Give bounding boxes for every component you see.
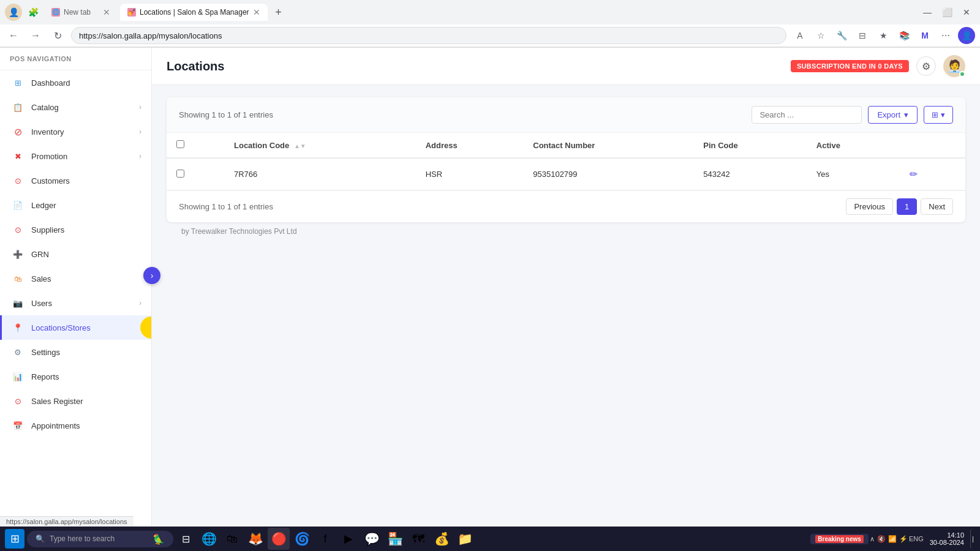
- sidebar-label-users: Users: [31, 299, 132, 308]
- tab-locations[interactable]: 💅 Locations | Salon & Spa Manager ✕: [120, 4, 268, 21]
- next-button[interactable]: Next: [921, 198, 953, 215]
- favorites-icon[interactable]: ★: [875, 27, 892, 44]
- sidebar-item-grn[interactable]: ➕ GRN: [0, 242, 151, 266]
- sidebar-item-catalog[interactable]: 📋 Catalog ›: [0, 95, 151, 119]
- taskbar-chevron-icon[interactable]: ∧: [870, 535, 875, 543]
- taskbar-search[interactable]: 🔍 🦜: [27, 531, 173, 547]
- tab-favicon: 🌐: [51, 8, 60, 17]
- collections-icon[interactable]: 📚: [895, 27, 913, 44]
- sidebar-item-settings[interactable]: ⚙ Settings: [0, 340, 151, 364]
- taskbar-app-chrome[interactable]: 🌀: [291, 528, 313, 550]
- taskbar-app-fb[interactable]: f: [314, 528, 336, 550]
- sidebar-label-suppliers: Suppliers: [31, 225, 141, 234]
- battery-icon[interactable]: ⚡: [899, 535, 908, 543]
- promotion-chevron-icon: ›: [139, 152, 141, 160]
- tab-close[interactable]: ✕: [103, 7, 110, 17]
- appointments-icon: 📅: [12, 419, 24, 432]
- taskbar-apps: 🌐 🛍 🦊 🔴 🌀 f ▶ 💬 🏪 🗺 💰 📁: [198, 528, 476, 550]
- taskbar-app-firefox[interactable]: 🦊: [244, 528, 266, 550]
- sidebar-item-sales[interactable]: 🛍 Sales: [0, 266, 151, 291]
- reports-icon: 📊: [12, 370, 24, 383]
- select-all-checkbox[interactable]: [176, 140, 184, 148]
- forward-button[interactable]: →: [27, 27, 44, 44]
- taskbar-app-store[interactable]: 🛍: [221, 528, 243, 550]
- more-menu[interactable]: ⋯: [937, 27, 954, 44]
- tab-new-tab[interactable]: 🌐 New tab ✕: [44, 4, 118, 21]
- sidebar-item-suppliers[interactable]: ⊙ Suppliers: [0, 217, 151, 242]
- copilot-icon[interactable]: M: [916, 27, 933, 44]
- taskbar-app-store2[interactable]: 🏪: [384, 528, 406, 550]
- settings-button[interactable]: ⚙: [916, 56, 936, 76]
- sidebar-label-reports: Reports: [31, 372, 141, 381]
- taskbar-app-maps[interactable]: 🗺: [407, 528, 429, 550]
- sidebar-item-promotion[interactable]: ✖ Promotion ›: [0, 144, 151, 168]
- new-tab-button[interactable]: +: [270, 4, 287, 21]
- tab-new-tab-label: New tab: [64, 8, 91, 17]
- sidebar-item-sales-register[interactable]: ⊙ Sales Register: [0, 389, 151, 413]
- sidebar-item-users[interactable]: 📷 Users ›: [0, 291, 151, 315]
- profile-icon[interactable]: 👤: [5, 4, 22, 21]
- split-view-icon[interactable]: ⊟: [854, 27, 871, 44]
- grn-icon: ➕: [12, 248, 24, 260]
- sidebar-item-reports[interactable]: 📊 Reports: [0, 364, 151, 389]
- col-pin-code: Pin Code: [693, 133, 807, 158]
- network-icon[interactable]: 📶: [888, 535, 897, 543]
- user-profile-icon[interactable]: 👤: [958, 27, 975, 44]
- mute-icon[interactable]: 🔇: [877, 535, 886, 543]
- taskbar-app-money[interactable]: 💰: [431, 528, 453, 550]
- sidebar-item-customers[interactable]: ⊙ Customers: [0, 168, 151, 193]
- taskbar-sys-icons: ∧ 🔇 📶 ⚡: [870, 535, 908, 543]
- close-button[interactable]: ✕: [958, 4, 975, 21]
- grid-icon: ⊞: [932, 110, 938, 119]
- col-active-label: Active: [816, 141, 840, 150]
- taskbar-search-input[interactable]: [50, 534, 148, 543]
- address-bar[interactable]: [71, 27, 786, 44]
- sidebar-label-sales-register: Sales Register: [31, 397, 141, 406]
- pagination-info: Showing 1 to 1 of 1 entries: [179, 202, 273, 211]
- col-location-code[interactable]: Location Code ▲▼: [224, 133, 416, 158]
- sidebar-item-ledger[interactable]: 📄 Ledger: [0, 193, 151, 217]
- sidebar-item-dashboard[interactable]: ⊞ Dashboard: [0, 70, 151, 95]
- app-container: POS NAVIGATION ⊞ Dashboard 📋 Catalog › ⊘…: [0, 48, 980, 551]
- browser-actions: A ☆ 🔧 ⊟ ★ 📚 M ⋯ 👤: [791, 27, 975, 44]
- translate-icon[interactable]: A: [791, 27, 809, 44]
- sidebar-label-customers: Customers: [31, 176, 141, 186]
- taskbar-app-edge[interactable]: 🌐: [198, 528, 220, 550]
- col-checkbox: [167, 133, 224, 158]
- tab-active-close[interactable]: ✕: [253, 7, 260, 17]
- sidebar-item-locations[interactable]: 📍 Locations/Stores: [0, 315, 151, 340]
- extensions-icon[interactable]: 🧩: [24, 4, 42, 21]
- ledger-icon: 📄: [12, 199, 24, 211]
- taskbar-app-yt[interactable]: ▶: [337, 528, 360, 550]
- sidebar-label-sales: Sales: [31, 274, 141, 283]
- sidebar-toggle-button[interactable]: ›: [143, 267, 160, 284]
- minimize-button[interactable]: —: [919, 4, 936, 21]
- reload-button[interactable]: ↻: [49, 27, 66, 44]
- view-toggle-button[interactable]: ⊞ ▾: [924, 106, 953, 124]
- browser-ext-icon[interactable]: 🔧: [833, 27, 850, 44]
- taskbar-app-files[interactable]: 📁: [454, 528, 476, 550]
- search-input[interactable]: [752, 106, 862, 124]
- export-button[interactable]: Export ▾: [868, 106, 918, 124]
- promotion-icon: ✖: [12, 150, 24, 162]
- start-button[interactable]: ⊞: [5, 529, 24, 549]
- sidebar-item-inventory[interactable]: ⊘ Inventory ›: [0, 119, 151, 144]
- back-button[interactable]: ←: [5, 27, 22, 44]
- col-active: Active: [807, 133, 897, 158]
- restore-button[interactable]: ⬜: [938, 4, 956, 21]
- show-desktop-button[interactable]: |: [970, 529, 975, 549]
- taskbar-app-red[interactable]: 🔴: [268, 528, 290, 550]
- previous-button[interactable]: Previous: [846, 198, 893, 215]
- row-location-code: 7R766: [224, 158, 416, 190]
- row-checkbox[interactable]: [176, 170, 184, 178]
- bookmark-icon[interactable]: ☆: [812, 27, 829, 44]
- tab-active-favicon: 💅: [127, 8, 136, 17]
- sidebar-item-appointments[interactable]: 📅 Appointments: [0, 413, 151, 438]
- task-view-button[interactable]: ⊟: [176, 529, 195, 549]
- page-1-button[interactable]: 1: [897, 198, 917, 215]
- edit-button[interactable]: ✏: [907, 166, 920, 182]
- entries-info: Showing 1 to 1 of 1 entries: [179, 110, 273, 119]
- taskbar-app-skype[interactable]: 💬: [361, 528, 383, 550]
- sales-icon: 🛍: [12, 272, 24, 285]
- tab-bar: 👤 🧩 🌐 New tab ✕ 💅 Locations | Salon & Sp…: [0, 0, 980, 24]
